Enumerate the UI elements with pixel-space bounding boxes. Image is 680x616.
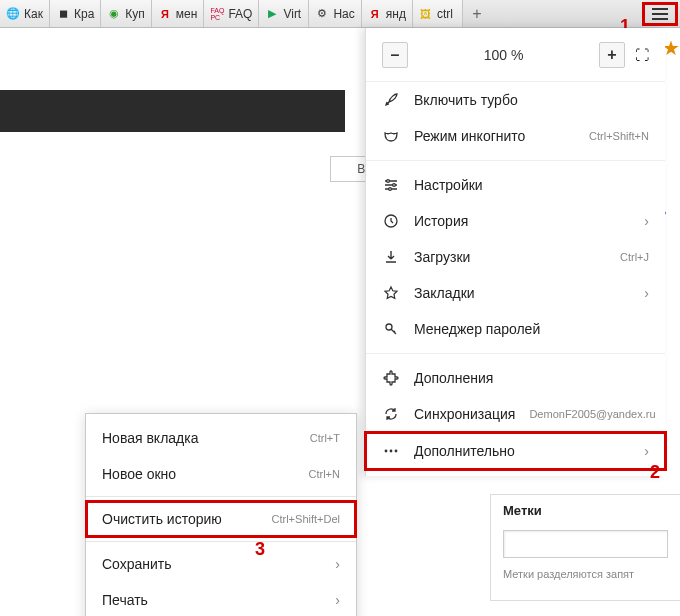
more-submenu: Новая вкладка Ctrl+T Новое окно Ctrl+N О… xyxy=(85,413,357,616)
tab-label: Кра xyxy=(74,7,94,21)
hamburger-icon xyxy=(652,8,668,20)
menu-item-settings[interactable]: Настройки xyxy=(366,167,665,203)
rocket-icon xyxy=(382,92,400,108)
favicon-triangle: ▶ xyxy=(265,7,279,21)
zoom-out-button[interactable]: – xyxy=(382,42,408,68)
svg-point-0 xyxy=(387,180,390,183)
labels-title: Метки xyxy=(503,503,668,518)
tab-8[interactable]: 🖼 ctrl xyxy=(413,0,463,27)
tab-5[interactable]: ▶ Virt xyxy=(259,0,309,27)
chevron-right-icon: › xyxy=(335,556,340,572)
svg-point-5 xyxy=(385,450,388,453)
submenu-item-print[interactable]: Печать › xyxy=(86,582,356,616)
menu-item-history[interactable]: История › xyxy=(366,203,665,239)
menu-label: Менеджер паролей xyxy=(414,321,649,337)
menu-item-downloads[interactable]: Загрузки Ctrl+J xyxy=(366,239,665,275)
chevron-right-icon: › xyxy=(644,443,649,459)
menu-label: Загрузки xyxy=(414,249,606,265)
annotation-3: 3 xyxy=(255,539,265,560)
menu-label: Синхронизация xyxy=(414,406,515,422)
zoom-in-button[interactable]: + xyxy=(599,42,625,68)
main-menu: – 100 % + ⛶ Включить турбо Режим инкогни… xyxy=(365,28,665,476)
svg-point-6 xyxy=(390,450,393,453)
menu-item-sync[interactable]: Синхронизация DemonF2005@yandex.ru xyxy=(366,396,665,432)
menu-item-incognito[interactable]: Режим инкогнито Ctrl+Shift+N xyxy=(366,118,665,154)
submenu-item-new-tab[interactable]: Новая вкладка Ctrl+T xyxy=(86,420,356,456)
svg-point-1 xyxy=(393,184,396,187)
tab-label: Как xyxy=(24,7,43,21)
fullscreen-icon: ⛶ xyxy=(635,47,649,63)
zoom-row: – 100 % + ⛶ xyxy=(366,28,665,82)
plus-icon: + xyxy=(472,5,481,23)
tab-label: FAQ xyxy=(228,7,252,21)
menu-shortcut: Ctrl+J xyxy=(620,251,649,263)
submenu-label: Сохранить xyxy=(102,556,325,572)
submenu-label: Новое окно xyxy=(102,466,299,482)
tab-1[interactable]: ◼ Кра xyxy=(50,0,101,27)
tab-2[interactable]: ◉ Куп xyxy=(101,0,152,27)
chevron-right-icon: › xyxy=(644,213,649,229)
plus-icon: + xyxy=(607,46,616,64)
menu-sync-account: DemonF2005@yandex.ru xyxy=(529,408,655,420)
tab-3[interactable]: Я мен xyxy=(152,0,205,27)
favicon-picture: 🖼 xyxy=(419,7,433,21)
menu-label: Закладки xyxy=(414,285,630,301)
page-header-band xyxy=(0,90,345,132)
menu-label: Дополнительно xyxy=(414,443,630,459)
tab-label: янд xyxy=(386,7,406,21)
favicon-green: ◉ xyxy=(107,7,121,21)
submenu-item-new-window[interactable]: Новое окно Ctrl+N xyxy=(86,456,356,492)
submenu-item-save[interactable]: Сохранить › xyxy=(86,546,356,582)
menu-item-addons[interactable]: Дополнения xyxy=(366,360,665,396)
submenu-shortcut: Ctrl+T xyxy=(310,432,340,444)
key-icon xyxy=(382,321,400,337)
favicon-dark: ◼ xyxy=(56,7,70,21)
new-tab-button[interactable]: + xyxy=(463,0,491,27)
labels-panel: Метки Метки разделяются запят xyxy=(490,494,680,601)
star-icon xyxy=(382,285,400,301)
svg-point-2 xyxy=(389,188,392,191)
submenu-item-clear-history[interactable]: Очистить историю Ctrl+Shift+Del xyxy=(85,500,357,538)
menu-shortcut: Ctrl+Shift+N xyxy=(589,130,649,142)
main-menu-button[interactable] xyxy=(640,0,680,27)
menu-label: История xyxy=(414,213,630,229)
submenu-label: Печать xyxy=(102,592,325,608)
favicon-gear: ⚙ xyxy=(315,7,329,21)
clock-icon xyxy=(382,213,400,229)
menu-item-turbo[interactable]: Включить турбо xyxy=(366,82,665,118)
mask-icon xyxy=(382,128,400,144)
svg-point-7 xyxy=(395,450,398,453)
tab-label: Virt xyxy=(283,7,301,21)
download-icon xyxy=(382,249,400,265)
menu-label: Дополнения xyxy=(414,370,649,386)
favicon-yandex: Я xyxy=(368,7,382,21)
menu-item-more[interactable]: Дополнительно › xyxy=(364,431,667,471)
annotation-2: 2 xyxy=(650,462,660,483)
menu-label: Режим инкогнито xyxy=(414,128,575,144)
tab-label: Куп xyxy=(125,7,145,21)
submenu-shortcut: Ctrl+Shift+Del xyxy=(272,513,340,525)
chevron-right-icon: › xyxy=(335,592,340,608)
menu-item-passwords[interactable]: Менеджер паролей xyxy=(366,311,665,347)
tab-strip: 🌐 Как ◼ Кра ◉ Куп Я мен FAQPC FAQ ▶ Virt… xyxy=(0,0,680,28)
fullscreen-button[interactable]: ⛶ xyxy=(635,47,649,63)
zoom-level: 100 % xyxy=(408,47,599,63)
favicon-globe: 🌐 xyxy=(6,7,20,21)
sliders-icon xyxy=(382,177,400,193)
puzzle-icon xyxy=(382,370,400,386)
tab-label: мен xyxy=(176,7,198,21)
tab-0[interactable]: 🌐 Как xyxy=(0,0,50,27)
favicon-yandex: Я xyxy=(158,7,172,21)
tab-4[interactable]: FAQPC FAQ xyxy=(204,0,259,27)
menu-label: Включить турбо xyxy=(414,92,649,108)
labels-hint: Метки разделяются запят xyxy=(503,568,668,580)
tab-7[interactable]: Я янд xyxy=(362,0,413,27)
labels-input[interactable] xyxy=(503,530,668,558)
sync-icon xyxy=(382,406,400,422)
menu-item-bookmarks[interactable]: Закладки › xyxy=(366,275,665,311)
favicon-faq: FAQPC xyxy=(210,7,224,21)
tab-label: ctrl xyxy=(437,7,453,21)
more-icon xyxy=(382,443,400,459)
minus-icon: – xyxy=(391,46,400,64)
tab-6[interactable]: ⚙ Нас xyxy=(309,0,361,27)
